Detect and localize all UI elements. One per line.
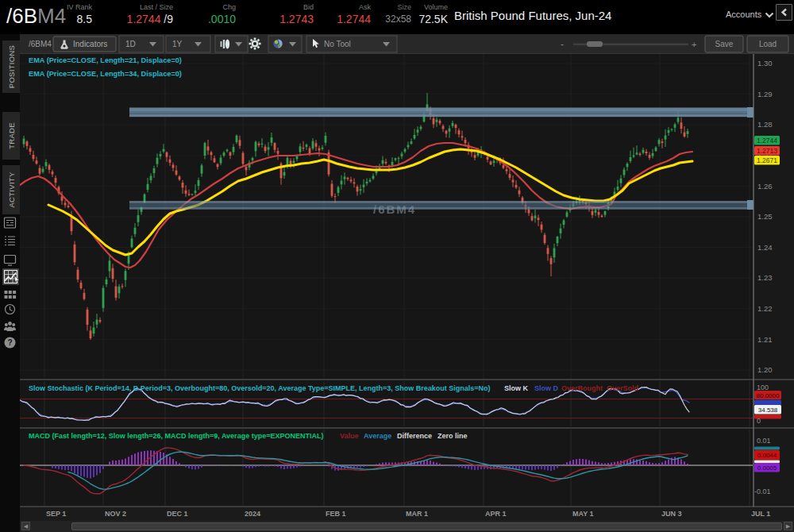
svg-text:34.538: 34.538 <box>758 407 778 414</box>
svg-text:Save: Save <box>715 40 734 48</box>
svg-text:Value: Value <box>340 432 359 440</box>
svg-text:-: - <box>561 39 564 50</box>
svg-text:Slow D: Slow D <box>534 384 559 392</box>
svg-text:80.0000: 80.0000 <box>757 392 780 399</box>
svg-text:Slow Stochastic (K Period=14,: Slow Stochastic (K Period=14, D Period=3… <box>29 384 491 392</box>
svg-text:2024: 2024 <box>245 510 260 518</box>
svg-text:Zero line: Zero line <box>437 432 468 440</box>
svg-text:1.29: 1.29 <box>757 90 773 98</box>
svg-text:1.22: 1.22 <box>757 304 773 313</box>
svg-text:+: + <box>692 40 696 49</box>
svg-text:1.25: 1.25 <box>757 212 773 221</box>
svg-text:1Y: 1Y <box>172 40 183 48</box>
svg-text:NOV 2: NOV 2 <box>105 510 126 518</box>
svg-text:Difference: Difference <box>397 432 432 440</box>
svg-text:?: ? <box>7 338 12 347</box>
svg-text:1.23: 1.23 <box>757 273 773 282</box>
svg-text:EMA (Price=CLOSE, Length=21, D: EMA (Price=CLOSE, Length=21, Displace=0) <box>29 56 182 64</box>
svg-text:0: 0 <box>757 417 761 425</box>
svg-text:1.26: 1.26 <box>757 182 773 191</box>
svg-text:OverBought: OverBought <box>561 384 603 392</box>
svg-text:1.2671: 1.2671 <box>757 156 777 164</box>
svg-text:APR 1: APR 1 <box>485 510 507 518</box>
svg-text:JUL 1: JUL 1 <box>751 510 770 518</box>
svg-text:100: 100 <box>757 384 769 391</box>
svg-text:1.2713: 1.2713 <box>757 147 777 155</box>
svg-text:JUN 3: JUN 3 <box>661 510 682 518</box>
svg-text:0.01: 0.01 <box>757 437 771 445</box>
svg-text:Indicators: Indicators <box>73 40 107 48</box>
svg-text:0.0044: 0.0044 <box>757 452 777 459</box>
svg-text:EMA (Price=CLOSE, Length=34, D: EMA (Price=CLOSE, Length=34, Displace=0) <box>29 70 182 78</box>
svg-text:1.30: 1.30 <box>757 59 773 67</box>
svg-text:MAY 1: MAY 1 <box>572 510 594 518</box>
svg-text:Slow K: Slow K <box>504 384 529 392</box>
svg-text:Average: Average <box>364 432 391 440</box>
svg-text:1.2744: 1.2744 <box>757 137 777 145</box>
svg-text:OverSold: OverSold <box>607 384 638 392</box>
svg-text:1.20: 1.20 <box>757 365 773 374</box>
svg-text:SEP 1: SEP 1 <box>46 510 66 518</box>
svg-text:FEB 1: FEB 1 <box>326 510 346 518</box>
svg-text:MACD (Fast length=12, Slow len: MACD (Fast length=12, Slow length=26, MA… <box>29 432 323 440</box>
svg-text:DEC 1: DEC 1 <box>167 510 188 518</box>
svg-text:1.28: 1.28 <box>757 120 773 129</box>
svg-text:/6BM4: /6BM4 <box>29 40 52 48</box>
svg-text:1.24: 1.24 <box>757 243 773 252</box>
svg-text:Load: Load <box>759 40 777 48</box>
svg-text:1D: 1D <box>125 40 136 48</box>
svg-text:-0.01: -0.01 <box>754 488 771 495</box>
svg-text:No Tool: No Tool <box>324 40 351 48</box>
svg-text:0.0005: 0.0005 <box>757 465 777 472</box>
svg-text:1.21: 1.21 <box>757 335 773 344</box>
svg-text:MAR 1: MAR 1 <box>406 510 428 518</box>
